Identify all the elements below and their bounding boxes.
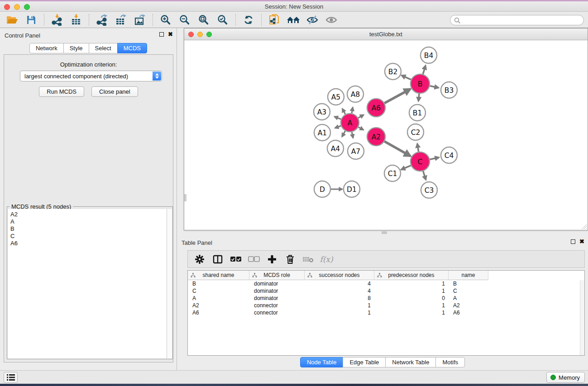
select-all-button[interactable] (228, 252, 244, 267)
graph-node-A3[interactable]: A3 (314, 104, 330, 120)
graph-node-A6[interactable]: A6 (367, 99, 385, 117)
graph-edge-C-C1[interactable] (401, 166, 411, 170)
graph-edge-B-B4[interactable] (423, 66, 425, 74)
graph-edge-B-B3[interactable] (430, 86, 438, 88)
graph-edge-A-A5[interactable] (342, 109, 345, 114)
graph-node-C3[interactable]: C3 (421, 182, 437, 198)
column-header[interactable]: shared name (188, 271, 249, 280)
open-session-button[interactable] (3, 13, 22, 27)
column-header[interactable]: successor nodes (305, 271, 374, 280)
float-panel-icon[interactable] (159, 32, 164, 37)
graph-node-B1[interactable]: B1 (409, 105, 425, 121)
table-scrollbar[interactable] (580, 280, 584, 355)
graph-node-C2[interactable]: C2 (407, 124, 424, 140)
graph-node-D1[interactable]: D1 (344, 181, 360, 197)
graph-node-B3[interactable]: B3 (441, 82, 457, 98)
graph-node-B[interactable]: B (411, 74, 430, 93)
graph-node-A5[interactable]: A5 (328, 89, 344, 105)
table-settings-button[interactable] (191, 252, 208, 267)
table-row[interactable]: Adominator80A (188, 295, 579, 302)
graph-node-A7[interactable]: A7 (348, 143, 364, 159)
task-history-button[interactable] (4, 372, 18, 383)
close-panel-button[interactable]: Close panel (91, 86, 138, 97)
graph-edge-A-A6[interactable] (358, 115, 363, 118)
add-column-button[interactable] (264, 252, 280, 267)
graph-edge-B-B2[interactable] (402, 76, 411, 80)
search-field[interactable] (450, 15, 584, 25)
tab-style[interactable]: Style (63, 43, 89, 53)
result-item[interactable]: A2 (10, 211, 167, 218)
graph-node-A[interactable]: A (341, 114, 359, 132)
optimization-dropdown[interactable]: largest connected component (directed) (20, 71, 162, 81)
column-header[interactable]: MCDS role (249, 271, 305, 280)
graph-edge-A-A1[interactable] (335, 126, 341, 128)
deselect-all-button[interactable] (246, 252, 262, 267)
tab-mcds[interactable]: MCDS (117, 43, 147, 53)
result-item[interactable]: A (10, 218, 167, 225)
graph-edge-A-A7[interactable] (352, 132, 353, 138)
table-row[interactable]: Cdominator41C (188, 287, 579, 295)
panel-split-handle[interactable] (382, 231, 387, 234)
tab-select[interactable]: Select (89, 43, 118, 53)
graph-edge-A-A2[interactable] (359, 127, 363, 130)
show-column-button[interactable] (210, 252, 226, 267)
graph-node-A2[interactable]: A2 (367, 128, 385, 146)
tab-motifs[interactable]: Motifs (435, 357, 465, 367)
import-table-button[interactable] (67, 13, 86, 27)
export-table-button[interactable] (111, 13, 130, 27)
run-mcds-button[interactable]: Run MCDS (39, 86, 84, 97)
show-view-button[interactable] (322, 13, 341, 27)
delete-table-button[interactable] (300, 252, 316, 267)
export-network-button[interactable] (92, 13, 111, 27)
graph-edge-C-C2[interactable] (417, 144, 419, 152)
zoom-in-button[interactable] (156, 13, 175, 27)
result-item[interactable]: B (10, 225, 167, 233)
network-canvas[interactable]: AA1A3A5A8A4A7A6A2BB1B2B3B4CC1C2C3C4DD1 (184, 40, 588, 230)
import-network-button[interactable] (48, 13, 67, 27)
resize-grip-icon[interactable] (581, 223, 587, 229)
table-row[interactable]: A6connector11A6 (188, 309, 579, 316)
hide-view-button[interactable] (303, 13, 322, 27)
network-window-titlebar[interactable]: testGlobe.txt (184, 29, 588, 40)
result-scrollbar[interactable] (167, 209, 172, 358)
graph-edge-A-A8[interactable] (352, 107, 353, 113)
graph-edge-A-A3[interactable] (335, 117, 341, 119)
memory-button[interactable]: Memory (546, 372, 585, 383)
save-session-button[interactable] (22, 13, 41, 27)
graph-edge-A6-B[interactable] (384, 89, 410, 103)
graph-edge-A-A4[interactable] (342, 131, 345, 137)
home-button[interactable] (284, 13, 303, 27)
zoom-selected-button[interactable] (213, 13, 232, 27)
column-header[interactable]: name (449, 271, 488, 280)
graph-node-C1[interactable]: C1 (384, 165, 401, 181)
graph-edge-C-C4[interactable] (430, 157, 439, 159)
graph-edge-A2-C[interactable] (384, 141, 410, 156)
result-item[interactable]: A6 (10, 240, 167, 247)
tab-edge-table[interactable]: Edge Table (343, 357, 386, 367)
table-row[interactable]: A2connector11A2 (188, 302, 579, 309)
graph-edge-C-C3[interactable] (423, 171, 426, 180)
table-row[interactable]: Bdominator41B (188, 280, 579, 287)
tab-node-table[interactable]: Node Table (300, 357, 344, 367)
apply-layout-button[interactable] (239, 13, 258, 27)
float-table-panel-icon[interactable] (571, 239, 575, 244)
canvas-scroll-mark[interactable] (184, 194, 186, 201)
graph-node-C[interactable]: C (411, 152, 430, 171)
function-builder-button[interactable]: f(x) (318, 252, 335, 267)
zoom-out-button[interactable] (175, 13, 194, 27)
zoom-fit-button[interactable] (194, 13, 213, 27)
clone-network-button[interactable] (265, 13, 284, 27)
column-header[interactable]: predecessor nodes (374, 271, 449, 280)
graph-node-A4[interactable]: A4 (327, 140, 344, 157)
export-image-button[interactable] (130, 13, 149, 27)
tab-network[interactable]: Network (29, 43, 64, 53)
result-item[interactable]: C (10, 233, 167, 240)
close-panel-icon[interactable]: ✖ (168, 32, 173, 37)
graph-node-D[interactable]: D (314, 181, 330, 197)
graph-node-A1[interactable]: A1 (314, 124, 330, 141)
tab-network-table[interactable]: Network Table (385, 357, 436, 367)
graph-node-C4[interactable]: C4 (441, 147, 457, 163)
graph-node-B2[interactable]: B2 (385, 63, 401, 80)
graph-node-A8[interactable]: A8 (347, 86, 363, 102)
graph-node-B4[interactable]: B4 (421, 47, 437, 63)
